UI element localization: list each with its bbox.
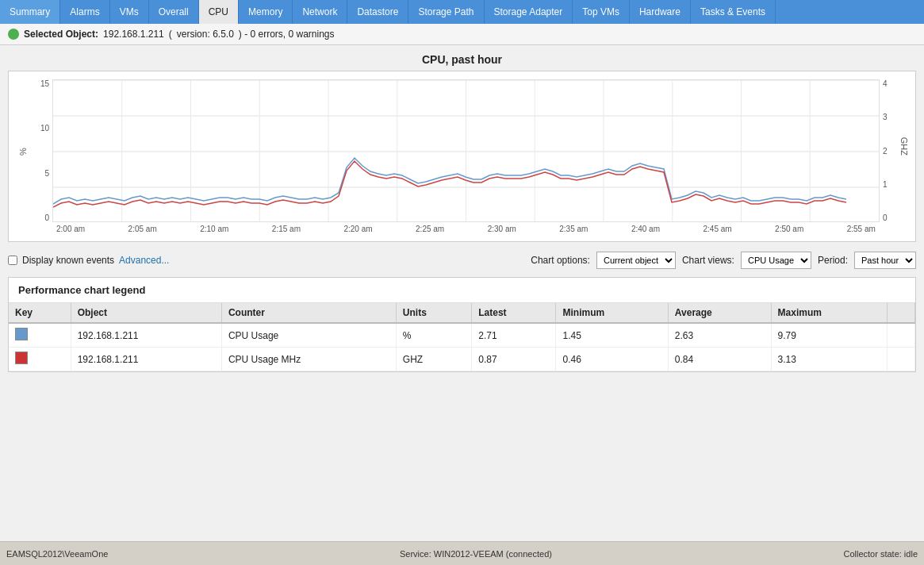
col-header-object: Object bbox=[71, 303, 221, 323]
tab-alarms[interactable]: Alarms bbox=[60, 0, 109, 24]
col-header-maximum: Maximum bbox=[771, 303, 888, 323]
period-label: Period: bbox=[818, 255, 848, 266]
selected-object: 192.168.1.211 bbox=[103, 29, 164, 40]
legend-title: Performance chart legend bbox=[9, 278, 915, 303]
key-icon-blue bbox=[15, 328, 28, 340]
tab-datastore[interactable]: Datastore bbox=[347, 0, 408, 24]
maximum-1: 9.79 bbox=[771, 323, 888, 348]
selected-version: ( bbox=[169, 29, 172, 40]
advanced-link[interactable]: Advanced... bbox=[119, 255, 169, 266]
key-1 bbox=[9, 323, 71, 348]
chart-views-label: Chart views: bbox=[682, 255, 734, 266]
chart-title: CPU, past hour bbox=[8, 53, 916, 66]
chart-container: % GHZ 15 10 5 0 4 3 2 1 0 bbox=[8, 71, 916, 242]
tab-network[interactable]: Network bbox=[293, 0, 347, 24]
main-content: CPU, past hour % GHZ 15 10 5 0 4 3 2 1 0 bbox=[0, 45, 924, 539]
chart-views-select[interactable]: CPU Usage bbox=[741, 252, 811, 269]
col-header-latest: Latest bbox=[472, 303, 556, 323]
tab-storage-path[interactable]: Storage Path bbox=[408, 0, 484, 24]
bottom-status-bar: EAMSQL2012\VeeamOne Service: WIN2012-VEE… bbox=[0, 541, 924, 565]
counter-2: CPU Usage MHz bbox=[221, 348, 396, 371]
minimum-2: 0.46 bbox=[556, 348, 668, 371]
key-2 bbox=[9, 348, 71, 371]
average-1: 2.63 bbox=[668, 323, 771, 348]
cpu-chart-svg bbox=[52, 79, 880, 222]
latest-2: 0.87 bbox=[472, 348, 556, 371]
bottom-center: Service: WIN2012-VEEAM (connected) bbox=[400, 549, 552, 559]
y-axis-right: 4 3 2 1 0 bbox=[883, 79, 905, 222]
object-2: 192.168.1.211 bbox=[71, 348, 221, 371]
key-icon-red bbox=[15, 352, 28, 364]
period-select[interactable]: Past hour bbox=[854, 252, 916, 269]
minimum-1: 1.45 bbox=[556, 323, 668, 348]
x-axis-labels: 2:00 am 2:05 am 2:10 am 2:15 am 2:20 am … bbox=[56, 225, 876, 233]
tab-top-vms[interactable]: Top VMs bbox=[573, 0, 630, 24]
tab-summary[interactable]: Summary bbox=[0, 0, 60, 24]
maximum-2: 3.13 bbox=[771, 348, 888, 371]
right-controls: Chart options: Current object Chart view… bbox=[531, 252, 916, 269]
display-known-events-label: Display known events bbox=[22, 255, 114, 266]
legend-row-1: 192.168.1.211 CPU Usage % 2.71 1.45 2.63… bbox=[9, 323, 915, 348]
extra-1 bbox=[888, 323, 915, 348]
units-2: GHZ bbox=[396, 348, 471, 371]
status-ok-icon bbox=[8, 29, 19, 40]
average-2: 0.84 bbox=[668, 348, 771, 371]
tab-memory[interactable]: Memory bbox=[239, 0, 293, 24]
tab-storage-adapter[interactable]: Storage Adapter bbox=[485, 0, 573, 24]
display-known-events-checkbox[interactable] bbox=[8, 256, 17, 265]
col-header-extra bbox=[888, 303, 915, 323]
legend-row-2: 192.168.1.211 CPU Usage MHz GHZ 0.87 0.4… bbox=[9, 348, 915, 371]
extra-2 bbox=[888, 348, 915, 371]
tab-hardware[interactable]: Hardware bbox=[630, 0, 691, 24]
col-header-average: Average bbox=[668, 303, 771, 323]
tab-cpu[interactable]: CPU bbox=[199, 0, 239, 24]
col-header-minimum: Minimum bbox=[556, 303, 668, 323]
col-header-units: Units bbox=[396, 303, 471, 323]
object-1: 192.168.1.211 bbox=[71, 323, 221, 348]
col-header-counter: Counter bbox=[221, 303, 396, 323]
bottom-left: EAMSQL2012\VeeamOne bbox=[6, 549, 108, 559]
left-controls: Display known events Advanced... bbox=[8, 255, 169, 266]
controls-row: Display known events Advanced... Chart o… bbox=[8, 252, 916, 269]
latest-1: 2.71 bbox=[472, 323, 556, 348]
tab-tasks-events[interactable]: Tasks & Events bbox=[691, 0, 776, 24]
selected-errors: ) - 0 errors, 0 warnings bbox=[239, 29, 335, 40]
tab-vms[interactable]: VMs bbox=[110, 0, 149, 24]
chart-options-label: Chart options: bbox=[531, 255, 590, 266]
col-header-key: Key bbox=[9, 303, 71, 323]
y-axis-left: 15 10 5 0 bbox=[27, 79, 49, 222]
units-1: % bbox=[396, 323, 471, 348]
legend-table: Key Object Counter Units Latest Minimum … bbox=[9, 303, 915, 371]
status-label: Selected Object: bbox=[24, 29, 98, 40]
counter-1: CPU Usage bbox=[221, 323, 396, 348]
version-text: version: 6.5.0 bbox=[177, 29, 234, 40]
status-bar: Selected Object: 192.168.1.211 ( version… bbox=[0, 24, 924, 45]
chart-options-select[interactable]: Current object bbox=[596, 252, 676, 269]
legend-section: Performance chart legend Key Object Coun… bbox=[8, 277, 916, 372]
bottom-right: Collector state: idle bbox=[843, 549, 918, 559]
tab-overall[interactable]: Overall bbox=[149, 0, 199, 24]
top-navigation: Summary Alarms VMs Overall CPU Memory Ne… bbox=[0, 0, 924, 24]
